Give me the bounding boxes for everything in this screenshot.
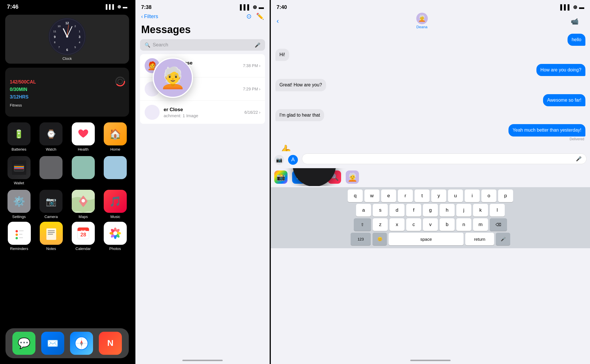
settings-label: Settings [12,215,26,219]
key-123[interactable]: 123 [351,233,371,245]
contact-avatar: 🧑‍🦳 [416,13,428,24]
key-return[interactable]: return [465,233,494,245]
svg-text:7: 7 [58,46,60,49]
search-bar[interactable]: 🔍 Search 🎤 [140,39,265,51]
conversation-item-3[interactable]: er Close achment: 1 Image 6/16/22 › [140,101,265,124]
key-delete[interactable]: ⌫ [490,218,507,231]
svg-text:N: N [107,338,114,348]
batteries-app[interactable]: 🔋 Batteries [5,122,33,151]
music-label: Music [110,215,120,219]
video-call-icon[interactable]: 📹 [565,16,584,26]
key-o[interactable]: o [481,189,496,202]
key-k[interactable]: k [473,204,488,217]
home-app-label: Home [110,147,120,151]
svg-text:2: 2 [74,25,76,28]
key-z[interactable]: z [373,218,388,231]
key-y[interactable]: y [431,189,446,202]
filters-back-button[interactable]: ‹ Filters [141,14,158,20]
microphone-input-icon[interactable]: 🎤 [576,156,582,162]
message-awesome: Awesome so far! [275,94,585,106]
key-u[interactable]: u [448,189,463,202]
key-a[interactable]: a [356,204,371,217]
avatar-3 [145,105,160,120]
bubble-hello: hello [568,34,585,46]
wallet-app[interactable]: Wallet [5,156,33,185]
key-d[interactable]: d [389,204,404,217]
key-shift[interactable]: ⇧ [354,218,371,231]
key-m[interactable]: m [473,218,488,231]
messages-status-icons: ▌▌▌ ⊛ ▬ [240,4,264,10]
dock-mail[interactable]: ✉️ [41,332,64,355]
key-i[interactable]: i [465,189,480,202]
music-app[interactable]: 🎵 Music [102,190,129,219]
maps-app[interactable]: Maps [69,190,97,219]
clock-widget[interactable]: 12 3 6 9 2 1 4 5 10 11 8 7 [5,15,129,64]
svg-text:11: 11 [53,30,56,33]
chat-time: 7:40 [277,4,287,10]
search-icon: 🔍 [145,42,150,48]
messages-list-panel: 7:38 ▌▌▌ ⊛ ▬ ‹ Filters ⊙ ✏️ Messages 🔍 S… [135,0,270,364]
msg-wifi-icon: ⊛ [253,4,257,10]
key-h[interactable]: h [440,204,455,217]
fitness-hrs: 3/12HRS [10,94,124,100]
key-w[interactable]: w [364,189,379,202]
dock-news[interactable]: N [99,332,122,355]
key-f[interactable]: f [406,204,421,217]
key-g[interactable]: g [423,204,438,217]
svg-text:8: 8 [54,41,55,44]
key-emoji[interactable]: 😊 [372,233,387,245]
message-hello: hello [275,34,585,46]
key-j[interactable]: j [456,204,471,217]
notes-app[interactable]: Notes [37,222,65,251]
key-e[interactable]: e [381,189,396,202]
camera-app[interactable]: 📷 Camera [37,190,65,219]
camera-label: Camera [44,215,58,219]
calendar-app[interactable]: 28 TUE Calendar [69,222,97,251]
watch-app2[interactable] [37,156,65,185]
key-space[interactable]: space [389,233,464,245]
key-n[interactable]: n [456,218,471,231]
svg-text:6: 6 [66,48,68,52]
watch-app[interactable]: ⌚ Watch [37,122,65,151]
photos-imessage-icon[interactable]: 📸 [274,170,288,184]
messages-title: Messages [135,22,270,39]
key-r[interactable]: r [398,189,413,202]
compose-icon[interactable]: ✏️ [256,13,264,20]
keyboard-row3: ⇧ z x c v b n m ⌫ [272,218,589,231]
svg-text:TUE: TUE [81,230,86,232]
watch-label: Watch [46,147,56,151]
key-l[interactable]: l [490,204,505,217]
photos-app[interactable]: Photos [101,222,129,251]
health-app[interactable]: Health [69,122,97,151]
home-app[interactable]: 🏠 Home [102,122,129,151]
settings-app[interactable]: ⚙️ Settings [5,190,33,219]
key-mic[interactable]: 🎤 [496,233,510,245]
message-input[interactable]: 🎤 [302,153,587,164]
camera-toolbar-icon[interactable]: 📷 [274,155,284,165]
key-x[interactable]: x [389,218,404,231]
fitness-widget[interactable]: 142/500CAL 0/30MIN 3/12HRS Fitness [5,68,129,117]
chat-contact[interactable]: 🧑‍🦳 Deana [416,13,428,29]
svg-point-32 [16,237,18,239]
dock-messages[interactable]: 💬 [12,332,35,355]
memoji-imessage-icon[interactable]: 🧑‍🦳 [346,170,359,184]
key-c[interactable]: c [406,218,421,231]
key-p[interactable]: p [498,189,513,202]
key-s[interactable]: s [373,204,388,217]
appstore-toolbar-icon[interactable]: A [288,155,298,165]
app-placeholder2[interactable] [102,156,129,185]
dock-safari[interactable] [70,332,93,355]
key-b[interactable]: b [440,218,455,231]
bubble-hi: Hi! [275,49,289,61]
app-placeholder1[interactable] [69,156,97,185]
reminders-app[interactable]: Reminders [5,222,33,251]
home-indicator [47,360,87,361]
microphone-icon[interactable]: 🎤 [255,42,260,48]
svg-point-19 [118,79,122,84]
dots-icon[interactable]: ⊙ [246,13,251,20]
key-t[interactable]: t [415,189,430,202]
key-v[interactable]: v [423,218,438,231]
chat-back-button[interactable]: ‹ [277,17,279,25]
chat-toolbar: 📷 A 🎤 [274,153,587,166]
key-q[interactable]: q [348,189,363,202]
